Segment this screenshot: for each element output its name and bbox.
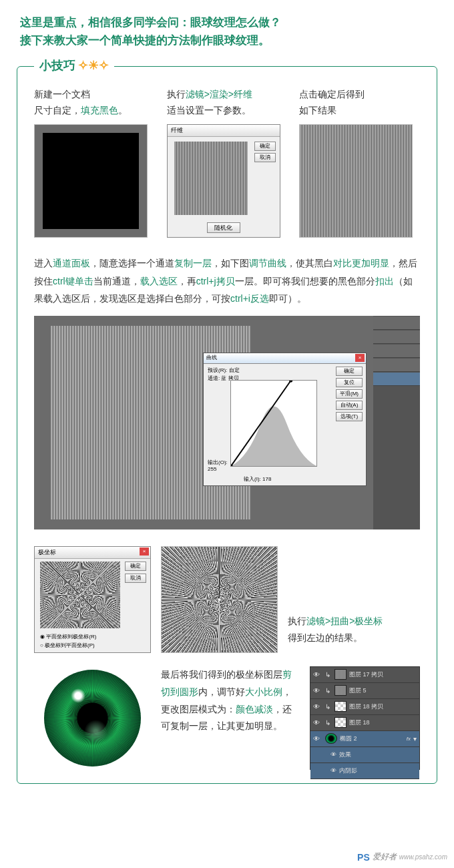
- fiber-dialog-title: 纤维: [168, 125, 280, 137]
- channels-panel: [373, 316, 420, 529]
- randomize-button[interactable]: 随机化: [207, 222, 240, 233]
- eye-result-image: [34, 666, 151, 770]
- fiber-preview: [174, 142, 248, 215]
- layer-row[interactable]: 👁↳图层 18: [310, 715, 419, 731]
- step3-text: 点击确定后得到 如下结果: [299, 87, 420, 119]
- channel-row[interactable]: [373, 359, 420, 372]
- channel-row[interactable]: [373, 345, 420, 358]
- channel-row[interactable]: [373, 331, 420, 344]
- curves-cancel-button[interactable]: 复位: [336, 378, 363, 387]
- visibility-icon: 👁: [313, 719, 322, 726]
- polar-result-image: [161, 546, 278, 653]
- fiber-dialog: 纤维 确定 取消 随机化: [167, 124, 280, 238]
- polar-ok-button[interactable]: 确定: [125, 562, 146, 571]
- visibility-icon: 👁: [330, 767, 336, 774]
- tutorial-header: 这里是重点，相信很多同学会问：眼球纹理怎么做？ 接下来教大家一个简单快捷的方法制…: [0, 0, 454, 56]
- polar-preview: [40, 562, 120, 628]
- visibility-icon: 👁: [330, 751, 336, 758]
- curves-graph[interactable]: [230, 380, 317, 467]
- visibility-icon: 👁: [313, 703, 322, 710]
- channel-row-selected[interactable]: [373, 373, 420, 386]
- watermark-url: www.psahz.com: [399, 853, 447, 861]
- header-line-2: 接下来教大家一个简单快捷的方法制作眼球纹理。: [20, 31, 434, 49]
- step1-text: 新建一个文档 尺寸自定，填充黑色。: [34, 87, 155, 119]
- polar-title: 极坐标 ×: [35, 547, 150, 559]
- curves-smooth-button[interactable]: 平滑(M): [336, 389, 363, 399]
- step-3: 点击确定后得到 如下结果: [299, 87, 420, 238]
- polar-dialog: 极坐标 × 确定 取消 ◉ 平面坐标到极坐标(R) ○ 极坐标到平面坐标(P): [34, 546, 151, 653]
- curves-screenshot: 曲线 × 预设(R): 自定 通道: 蓝 拷贝 确定 复位 平滑(M) 自动(A…: [34, 316, 420, 529]
- step-1: 新建一个文档 尺寸自定，填充黑色。: [34, 87, 155, 238]
- layer-row[interactable]: 👁↳图层 5: [310, 683, 419, 699]
- layers-panel: 👁↳图层 17 拷贝 👁↳图层 5 👁↳图层 18 拷贝 👁↳图层 18 👁椭圆…: [310, 666, 420, 770]
- curves-dialog: 曲线 × 预设(R): 自定 通道: 蓝 拷贝 确定 复位 平滑(M) 自动(A…: [203, 353, 367, 486]
- visibility-icon: 👁: [313, 687, 322, 694]
- polar-instructions: 执行滤镜>扭曲>极坐标 得到左边的结果。: [288, 546, 420, 646]
- channel-row[interactable]: [373, 316, 420, 330]
- eye-reflection: [84, 720, 107, 743]
- cancel-button[interactable]: 取消: [254, 153, 276, 162]
- layer-effects[interactable]: 👁 效果: [310, 747, 419, 763]
- polar-option-1[interactable]: ◉ 平面坐标到极坐标(R): [40, 633, 96, 640]
- close-icon[interactable]: ×: [140, 548, 149, 556]
- visibility-icon: 👁: [313, 671, 322, 678]
- chevron-down-icon: ▾: [413, 735, 417, 742]
- layer-row-selected[interactable]: 👁椭圆 2fx▾: [310, 731, 419, 747]
- eye-highlight: [71, 688, 85, 703]
- watermark: PS 爱好者 www.psahz.com: [357, 851, 447, 863]
- steps-row-1: 新建一个文档 尺寸自定，填充黑色。 执行滤镜>渲染>纤维 适当设置一下参数。 纤…: [34, 87, 420, 238]
- layer-row[interactable]: 👁↳图层 18 拷贝: [310, 699, 419, 715]
- output-label: 输出(O):255: [208, 459, 228, 472]
- curves-options-button[interactable]: 选项(T): [336, 412, 363, 421]
- black-fill: [43, 133, 139, 229]
- watermark-logo: PS: [357, 852, 370, 863]
- input-label: 输入(I): 178: [244, 475, 271, 483]
- close-icon[interactable]: ×: [355, 354, 365, 362]
- layer-inner-shadow[interactable]: 👁 内阴影: [310, 763, 419, 779]
- visibility-icon: 👁: [313, 735, 322, 742]
- preset-label: 预设(R): 自定: [208, 367, 240, 374]
- black-document-image: [34, 124, 148, 238]
- tip-title: 小技巧 ✧☀✧: [34, 57, 114, 73]
- curves-auto-button[interactable]: 自动(A): [336, 401, 363, 410]
- header-line-1: 这里是重点，相信很多同学会问：眼球纹理怎么做？: [20, 13, 434, 31]
- final-row: 最后将我们得到的极坐标图层剪切到圆形内，调节好大小比例，更改图层模式为：颜色减淡…: [34, 666, 420, 770]
- ok-button[interactable]: 确定: [254, 142, 276, 151]
- channel-instructions: 进入通道面板，随意选择一个通道复制一层，如下图调节曲线，使其黑白对比更加明显，然…: [34, 254, 420, 308]
- step2-text: 执行滤镜>渲染>纤维 适当设置一下参数。: [167, 87, 288, 119]
- polar-cancel-button[interactable]: 取消: [125, 574, 146, 583]
- final-instructions: 最后将我们得到的极坐标图层剪切到圆形内，调节好大小比例，更改图层模式为：颜色减淡…: [161, 666, 300, 736]
- tip-section: 小技巧 ✧☀✧ 新建一个文档 尺寸自定，填充黑色。 执行滤镜>渲染>纤维 适当设…: [17, 66, 437, 783]
- curves-buttons: 确定 复位 平滑(M) 自动(A) 选项(T): [336, 367, 363, 421]
- lightbulb-icon: ✧☀✧: [78, 58, 109, 73]
- layer-row[interactable]: 👁↳图层 17 拷贝: [310, 667, 419, 683]
- step-2: 执行滤镜>渲染>纤维 适当设置一下参数。 纤维 确定 取消 随机化: [167, 87, 288, 238]
- curves-ok-button[interactable]: 确定: [336, 367, 363, 376]
- polar-option-2[interactable]: ○ 极坐标到平面坐标(P): [40, 642, 95, 649]
- polar-row: 极坐标 × 确定 取消 ◉ 平面坐标到极坐标(R) ○ 极坐标到平面坐标(P) …: [34, 546, 420, 653]
- tip-title-text: 小技巧: [39, 57, 75, 73]
- curves-title: 曲线 ×: [204, 353, 366, 364]
- iris: [44, 670, 141, 767]
- watermark-text: 爱好者: [373, 851, 397, 863]
- fiber-result-image: [299, 124, 413, 238]
